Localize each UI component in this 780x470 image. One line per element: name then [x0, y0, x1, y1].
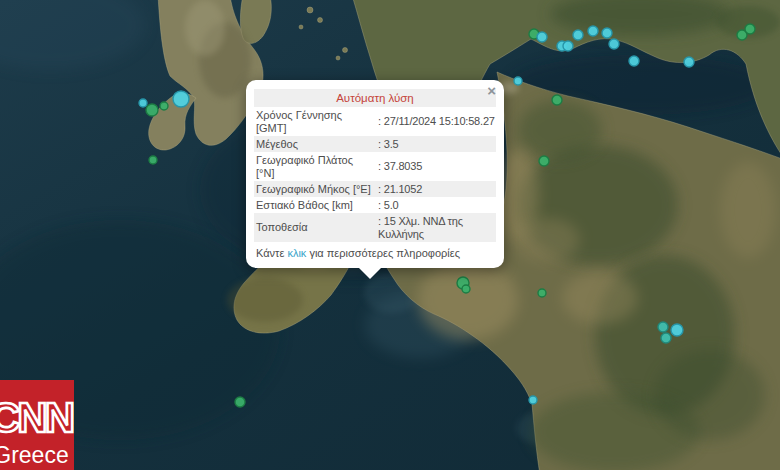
earthquake-marker[interactable] [602, 28, 612, 38]
field-label: Τοποθεσία [254, 213, 376, 242]
detail-row: Γεωγραφικό Πλάτος [°N]: 37.8035 [254, 152, 496, 181]
logo-region-text: Greece [0, 442, 69, 468]
earthquake-marker[interactable] [745, 24, 755, 34]
earthquake-details-table: Χρόνος Γέννησης [GMT]: 27/11/2024 15:10:… [254, 107, 496, 242]
earthquake-marker[interactable] [173, 91, 189, 107]
earthquake-marker[interactable] [539, 156, 549, 166]
earthquake-marker[interactable] [146, 104, 158, 116]
earthquake-marker[interactable] [462, 285, 470, 293]
earthquake-marker[interactable] [529, 396, 537, 404]
earthquake-marker[interactable] [139, 99, 147, 107]
hint-text-after: για περισσότερες πληροφορίες [306, 247, 460, 259]
earthquake-marker[interactable] [629, 56, 639, 66]
popup-title: Αυτόματη λύση [254, 89, 496, 107]
field-value: : 3.5 [376, 136, 496, 152]
field-label: Γεωγραφικό Πλάτος [°N] [254, 152, 376, 181]
islet [336, 56, 340, 60]
detail-row: Χρόνος Γέννησης [GMT]: 27/11/2024 15:10:… [254, 107, 496, 136]
more-info-link[interactable]: κλικ [287, 247, 306, 259]
map-viewport: × Αυτόματη λύση Χρόνος Γέννησης [GMT]: 2… [0, 0, 780, 470]
earthquake-marker[interactable] [538, 289, 546, 297]
detail-row: Τοποθεσία: 15 Χλμ. ΝΝΔ της Κυλλήνης [254, 213, 496, 242]
field-value: : 15 Χλμ. ΝΝΔ της Κυλλήνης [376, 213, 496, 242]
field-value: : 37.8035 [376, 152, 496, 181]
detail-row: Μέγεθος: 3.5 [254, 136, 496, 152]
popup-tail [358, 267, 382, 279]
earthquake-marker[interactable] [160, 102, 168, 110]
detail-row: Γεωγραφικό Μήκος [°E]: 21.1052 [254, 181, 496, 197]
islet [307, 7, 313, 13]
earthquake-marker[interactable] [684, 57, 694, 67]
earthquake-marker[interactable] [588, 26, 598, 36]
cnn-logo-text: CNN [0, 394, 73, 441]
popup-hint: Κάντε κλικ για περισσότερες πληροφορίες [254, 242, 496, 262]
earthquake-marker[interactable] [563, 41, 573, 51]
earthquake-marker[interactable] [514, 77, 522, 85]
earthquake-marker[interactable] [537, 32, 547, 42]
field-label: Γεωγραφικό Μήκος [°E] [254, 181, 376, 197]
field-value: : 27/11/2024 15:10:58.27 [376, 107, 496, 136]
earthquake-popup: × Αυτόματη λύση Χρόνος Γέννησης [GMT]: 2… [246, 80, 504, 268]
field-label: Μέγεθος [254, 136, 376, 152]
earthquake-marker[interactable] [661, 333, 671, 343]
field-label: Εστιακό Βάθος [km] [254, 197, 376, 213]
earthquake-marker[interactable] [658, 322, 668, 332]
earthquake-marker[interactable] [235, 397, 245, 407]
earthquake-marker[interactable] [149, 156, 157, 164]
earthquake-marker[interactable] [573, 30, 583, 40]
field-value: : 5.0 [376, 197, 496, 213]
islet [318, 18, 323, 23]
islet [299, 25, 303, 29]
close-icon[interactable]: × [487, 83, 496, 98]
cnn-greece-logo: CNN Greece [0, 380, 74, 470]
field-label: Χρόνος Γέννησης [GMT] [254, 107, 376, 136]
earthquake-marker[interactable] [671, 324, 683, 336]
earthquake-marker[interactable] [609, 39, 619, 49]
earthquake-marker[interactable] [552, 95, 562, 105]
hint-text-before: Κάντε [256, 247, 287, 259]
field-value: : 21.1052 [376, 181, 496, 197]
islet [343, 48, 348, 53]
detail-row: Εστιακό Βάθος [km]: 5.0 [254, 197, 496, 213]
